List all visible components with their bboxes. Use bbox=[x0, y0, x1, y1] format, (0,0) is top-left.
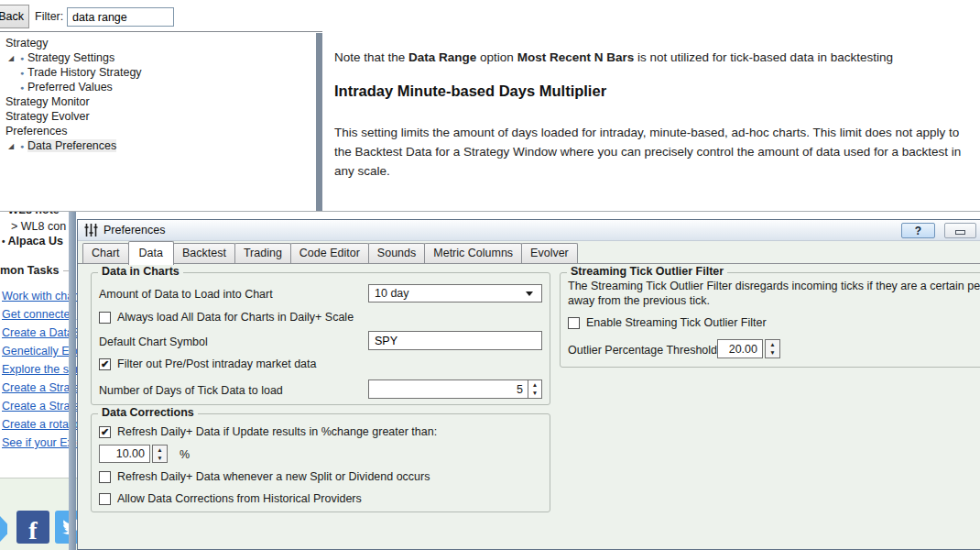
task-link[interactable]: Get connected bbox=[2, 308, 76, 321]
percent-label: % bbox=[180, 448, 190, 461]
tab-backtest[interactable]: Backtest bbox=[173, 243, 235, 263]
tab-chart[interactable]: Chart bbox=[82, 243, 129, 263]
spin-up-icon[interactable]: ▲ bbox=[528, 380, 541, 390]
app-item-wl8-con[interactable]: > WL8 con bbox=[11, 220, 66, 233]
tree-item-strategy-evolver[interactable]: Strategy Evolver bbox=[0, 109, 315, 124]
bullet-icon: ● bbox=[16, 143, 27, 149]
tree-item-preferred-values[interactable]: ●Preferred Values bbox=[0, 80, 315, 94]
tab-trading[interactable]: Trading bbox=[234, 243, 291, 263]
tab-metric-columns[interactable]: Metric Columns bbox=[424, 243, 522, 263]
help-window: Back Filter: Strategy ◢●Strategy Setting… bbox=[0, 0, 980, 212]
tab-data[interactable]: Data bbox=[128, 241, 174, 265]
spin-up-icon[interactable]: ▲ bbox=[766, 340, 779, 349]
minimize-button[interactable] bbox=[944, 223, 976, 238]
streaming-desc-line1: The Streaming Tick Outlier Filter disreg… bbox=[568, 280, 980, 292]
task-link[interactable]: Create a Strate bbox=[2, 381, 77, 394]
enable-streaming-checkbox[interactable] bbox=[568, 317, 580, 329]
help-paragraph: This setting limits the amount of days l… bbox=[334, 123, 970, 181]
refresh-pct-checkbox[interactable]: ✔ bbox=[99, 426, 111, 438]
task-link[interactable]: Create a rotatio bbox=[2, 418, 77, 431]
threshold-label: Outlier Percentage Threshold bbox=[568, 344, 717, 357]
threshold-spinner[interactable]: 20.00 ▲▼ bbox=[717, 339, 780, 358]
expander-icon[interactable]: ◢ bbox=[5, 54, 16, 62]
default-symbol-label: Default Chart Symbol bbox=[99, 336, 208, 348]
task-link[interactable]: Genetically Evo bbox=[2, 345, 77, 358]
tab-sounds[interactable]: Sounds bbox=[368, 243, 425, 263]
allow-corrections-checkbox[interactable] bbox=[99, 493, 111, 505]
refresh-pct-checkbox-row: ✔ Refresh Daily+ Data if Update results … bbox=[99, 425, 437, 438]
common-tasks-header: mon Tasks bbox=[0, 264, 73, 277]
tab-evolver[interactable]: Evolver bbox=[521, 243, 578, 263]
group-title: Data in Charts bbox=[98, 265, 183, 278]
group-streaming-filter: Streaming Tick Outlier Filter The Stream… bbox=[560, 272, 980, 368]
dialog-tabstrip: Chart Data Backtest Trading Code Editor … bbox=[82, 242, 577, 263]
help-section-heading: Intraday Minute-based Days Multiplier bbox=[334, 82, 606, 100]
tick-days-label: Number of Days of Tick Data to load bbox=[99, 384, 283, 397]
preferences-dialog: Preferences ? Chart Data Backtest Tradin… bbox=[77, 219, 980, 550]
vertical-scrollbar[interactable] bbox=[69, 206, 76, 550]
sliders-icon bbox=[84, 224, 98, 236]
refresh-split-checkbox-row: Refresh Daily+ Data whenever a new Split… bbox=[99, 470, 430, 483]
filter-label: Filter: bbox=[35, 10, 63, 23]
bullet-icon: ● bbox=[16, 84, 27, 91]
tree-item-preferences[interactable]: Preferences bbox=[0, 124, 315, 138]
help-note-text: Note that the Data Range option Most Rec… bbox=[334, 50, 893, 64]
dialog-titlebar[interactable]: Preferences ? bbox=[78, 220, 980, 241]
streaming-desc-line2: away from the previous tick. bbox=[568, 294, 710, 307]
refresh-split-checkbox[interactable] bbox=[99, 471, 111, 483]
amount-of-data-combobox[interactable]: 10 day bbox=[368, 284, 542, 302]
group-title: Streaming Tick Outlier Filter bbox=[567, 265, 727, 278]
tree-item-strategy-settings[interactable]: ◢●Strategy Settings bbox=[0, 50, 315, 65]
facebook-icon[interactable]: f bbox=[16, 511, 49, 544]
refresh-pct-spinner[interactable]: 10.00 ▲▼ bbox=[99, 445, 168, 463]
default-symbol-input[interactable] bbox=[368, 331, 542, 350]
tree-item-data-preferences[interactable]: ◢●Data Preferences bbox=[0, 138, 315, 153]
always-load-checkbox-row: Always load All Data for Charts in Daily… bbox=[99, 311, 354, 324]
back-button[interactable]: Back bbox=[0, 5, 29, 28]
bullet-icon: • bbox=[2, 236, 5, 247]
enable-streaming-checkbox-row: Enable Streaming Tick Outlier Filter bbox=[568, 316, 767, 329]
bullet-icon: ● bbox=[16, 55, 27, 61]
filter-prepost-checkbox[interactable]: ✔ bbox=[99, 358, 111, 370]
group-title: Data Corrections bbox=[98, 406, 198, 419]
tree-item-strategy[interactable]: Strategy bbox=[0, 36, 315, 50]
dialog-title: Preferences bbox=[103, 224, 165, 236]
expander-icon[interactable]: ◢ bbox=[5, 142, 16, 150]
task-link[interactable]: Create a Strate bbox=[2, 400, 77, 412]
tick-days-spinner[interactable]: 5 ▲▼ bbox=[368, 380, 542, 399]
tree-item-trade-history[interactable]: ●Trade History Strategy bbox=[0, 65, 315, 80]
spin-up-icon[interactable]: ▲ bbox=[153, 446, 167, 454]
group-data-corrections: Data Corrections ✔ Refresh Daily+ Data i… bbox=[91, 413, 550, 512]
bullet-icon: ● bbox=[16, 70, 27, 76]
dialog-help-button[interactable]: ? bbox=[901, 223, 935, 238]
partial-social-icon[interactable] bbox=[0, 516, 7, 542]
tree-scrollbar[interactable] bbox=[316, 33, 322, 212]
always-load-checkbox[interactable] bbox=[99, 312, 111, 324]
spin-down-icon[interactable]: ▼ bbox=[528, 390, 541, 399]
help-topic-tree: Strategy ◢●Strategy Settings ●Trade Hist… bbox=[0, 31, 322, 212]
app-item-alpaca[interactable]: •Alpaca Us bbox=[2, 235, 63, 248]
spinner-buttons[interactable]: ▲▼ bbox=[765, 339, 780, 358]
spinner-buttons[interactable]: ▲▼ bbox=[528, 380, 541, 398]
amount-of-data-label: Amount of Data to Load into Chart bbox=[99, 288, 273, 301]
spin-down-icon[interactable]: ▼ bbox=[153, 454, 167, 462]
task-link[interactable]: Create a DataS bbox=[2, 326, 77, 339]
group-data-in-charts: Data in Charts Amount of Data to Load in… bbox=[91, 272, 550, 405]
minimize-icon bbox=[955, 230, 965, 235]
chevron-down-icon bbox=[526, 292, 533, 296]
tab-code-editor[interactable]: Code Editor bbox=[290, 243, 369, 263]
dialog-client-area: Data in Charts Amount of Data to Load in… bbox=[78, 264, 980, 549]
spinner-buttons[interactable]: ▲▼ bbox=[152, 445, 168, 463]
social-bar: f bbox=[0, 478, 77, 550]
task-link[interactable]: Explore the sar bbox=[2, 363, 77, 376]
task-link[interactable]: Work with char bbox=[2, 290, 77, 302]
filter-prepost-checkbox-row: ✔ Filter out Pre/Post intraday market da… bbox=[99, 358, 316, 370]
spin-down-icon[interactable]: ▼ bbox=[766, 349, 779, 358]
allow-corrections-checkbox-row: Allow Data Corrections from Historical P… bbox=[99, 492, 362, 505]
task-link[interactable]: See if your Exte bbox=[2, 436, 77, 449]
filter-input[interactable] bbox=[67, 7, 174, 27]
tree-item-strategy-monitor[interactable]: Strategy Monitor bbox=[0, 94, 315, 109]
